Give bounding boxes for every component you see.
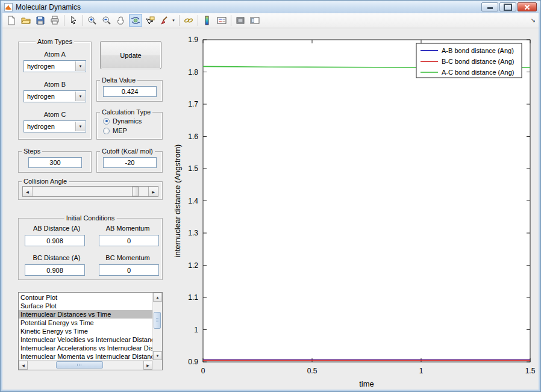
cutoff-field[interactable]	[103, 157, 157, 168]
rotate-3d-button[interactable]	[129, 14, 142, 27]
app-window: Molecular Dynamics ▼ ↘ Atom Types Atom A…	[0, 0, 541, 392]
vertical-scrollbar[interactable]: ▲ ▼	[152, 293, 162, 360]
steps-title: Steps	[22, 148, 42, 155]
new-figure-button[interactable]	[5, 14, 18, 27]
list-item[interactable]: Internuclear Momenta vs Internuclear Dis…	[19, 352, 152, 360]
cutoff-title: Cutoff (Kcal/ mol)	[100, 148, 155, 155]
slider-left-arrow-icon[interactable]: ◀	[23, 187, 33, 196]
plot-area	[203, 40, 530, 362]
y-tick-label: 1.9	[188, 36, 198, 44]
scroll-right-arrow-icon[interactable]: ▶	[143, 361, 152, 370]
atom-c-select[interactable]: hydrogen▼	[23, 120, 86, 132]
horizontal-scrollbar-thumb[interactable]	[56, 361, 103, 369]
radio-mep[interactable]: MEP	[103, 127, 162, 134]
open-file-button[interactable]	[19, 14, 33, 27]
edit-plot-button[interactable]	[67, 14, 80, 27]
atom-rows: Atom Ahydrogen▼Atom Bhydrogen▼Atom Chydr…	[19, 42, 91, 132]
cutoff-group: Cutoff (Kcal/ mol)	[96, 151, 163, 173]
chevron-down-icon[interactable]: ▼	[75, 122, 85, 131]
brush-icon	[160, 16, 169, 25]
rotate-3d-icon	[131, 16, 140, 25]
bc-distance-field[interactable]	[25, 264, 85, 276]
y-tick-label: 0.9	[188, 358, 198, 366]
slider-thumb[interactable]	[132, 187, 139, 196]
x-tick-label: 0	[201, 367, 205, 375]
x-tick-label: 0.5	[307, 367, 317, 375]
collision-angle-slider[interactable]: ◀ ▶	[22, 186, 158, 197]
bc-distance-label: BC Distance (A)	[23, 254, 90, 261]
chevron-down-icon[interactable]: ▼	[75, 92, 85, 101]
link-plot-button[interactable]	[182, 14, 195, 27]
list-item[interactable]: Contour Plot	[19, 293, 152, 302]
update-button[interactable]: Update	[100, 41, 161, 69]
y-tick-label: 1.8	[188, 68, 198, 76]
plot-axes: 00.511.50.911.11.21.31.41.51.61.71.81.9t…	[172, 33, 539, 391]
atom-c-value: hydrogen	[27, 123, 55, 130]
print-figure-icon	[50, 16, 60, 25]
show-plot-tools-button[interactable]	[248, 14, 261, 27]
chevron-down-icon[interactable]: ▼	[75, 61, 85, 71]
hide-plot-tools-button[interactable]	[234, 14, 247, 27]
insert-legend-icon	[217, 16, 227, 25]
pan-button[interactable]	[114, 14, 128, 27]
radio-dynamics[interactable]: Dynamics	[103, 117, 162, 125]
list-item[interactable]: Potential Energy vs Time	[19, 319, 152, 327]
list-item[interactable]: Internuclear Distances vs Time	[19, 310, 152, 319]
radio-label: MEP	[113, 127, 127, 134]
brush-dropdown-arrow-icon[interactable]: ▼	[172, 19, 177, 22]
zoom-in-icon	[87, 16, 97, 25]
y-tick-label: 1.7	[188, 100, 198, 108]
ab-momentum-label: AB Momentum	[95, 225, 161, 232]
slider-right-arrow-icon[interactable]: ▶	[148, 187, 158, 196]
minimize-button[interactable]	[481, 2, 498, 11]
radio-icon[interactable]	[103, 118, 110, 125]
list-item[interactable]: Internuclear Accelerations vs Internucle…	[19, 344, 152, 352]
matlab-icon	[4, 3, 13, 11]
print-figure-button[interactable]	[48, 14, 61, 27]
list-item[interactable]: Kinetic Energy vs Time	[19, 327, 152, 335]
bc-momentum-field[interactable]	[99, 264, 159, 276]
atom-a-select[interactable]: hydrogen▼	[23, 60, 86, 72]
ab-distance-label: AB Distance (A)	[23, 225, 90, 232]
save-figure-button[interactable]	[34, 14, 47, 27]
toolbar-separator	[231, 15, 231, 26]
plot-type-listbox[interactable]: Contour PlotSurface PlotInternuclear Dis…	[18, 292, 163, 370]
legend-entry: A-B bond distance (Ang)	[442, 47, 514, 54]
insert-legend-button[interactable]	[215, 14, 228, 27]
scroll-down-arrow-icon[interactable]: ▼	[153, 351, 162, 360]
ab-momentum-field[interactable]	[99, 235, 159, 246]
radio-icon[interactable]	[103, 128, 110, 134]
delta-value-field[interactable]	[103, 86, 157, 97]
list-item[interactable]: Surface Plot	[19, 302, 152, 310]
plot-region: 00.511.50.911.11.21.31.41.51.61.71.81.9t…	[172, 33, 539, 391]
insert-colorbar-icon	[202, 16, 212, 25]
brush-button[interactable]	[158, 14, 171, 27]
slider-track[interactable]	[33, 187, 148, 196]
zoom-out-button[interactable]	[100, 14, 113, 27]
maximize-button[interactable]	[499, 2, 516, 11]
bc-momentum-label: BC Momentum	[95, 254, 161, 261]
atom-b-value: hydrogen	[27, 93, 55, 100]
insert-colorbar-button[interactable]	[201, 14, 214, 27]
atom-b-select[interactable]: hydrogen▼	[23, 90, 86, 102]
vertical-scrollbar-thumb[interactable]	[154, 312, 161, 329]
x-axis-label: time	[359, 379, 374, 388]
close-button[interactable]	[518, 2, 537, 11]
scroll-left-arrow-icon[interactable]: ◀	[19, 361, 28, 370]
open-file-icon	[21, 16, 31, 25]
initial-conditions-group: Initial Conditions AB Distance (A) AB Mo…	[18, 218, 163, 280]
steps-field[interactable]	[28, 157, 82, 168]
scroll-up-arrow-icon[interactable]: ▲	[153, 293, 162, 302]
window-controls	[481, 2, 537, 11]
y-tick-label: 1	[194, 326, 198, 334]
list-item[interactable]: Internuclear Velocities vs Internuclear …	[19, 335, 152, 344]
data-cursor-icon	[145, 16, 155, 25]
ab-distance-field[interactable]	[25, 235, 85, 246]
data-cursor-button[interactable]	[143, 14, 157, 27]
x-tick-label: 1	[419, 367, 424, 375]
horizontal-scrollbar[interactable]: ◀ ▶	[19, 360, 152, 370]
toolbar-overflow-arrow[interactable]: ↘	[531, 17, 536, 23]
zoom-in-button[interactable]	[86, 14, 99, 27]
toolbar-items: ▼	[4, 14, 262, 27]
atom-types-title: Atom Types	[36, 38, 74, 46]
